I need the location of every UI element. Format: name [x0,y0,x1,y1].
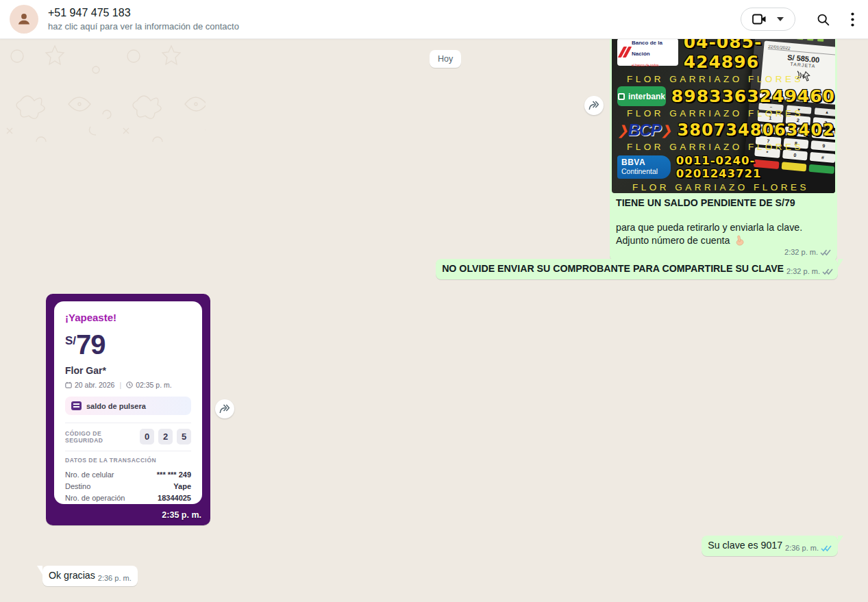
interbank-logo-square [618,93,625,100]
transaction-row: Nro. de operación 18344025 [65,492,191,504]
message-reminder[interactable]: NO OLVIDE ENVIAR SU COMPROBANTE PARA COM… [436,259,838,279]
message-time: 2:35 p. m. [162,510,201,520]
message-bank-accounts[interactable]: 22/01/20221 S/ 585.00 TARJETA − ▼ ▲ [610,39,837,261]
forward-message-button[interactable] [215,399,234,418]
search-button[interactable] [816,12,830,27]
chevron-down-icon [777,17,784,21]
message-note-icon [71,401,82,410]
forward-arrow-icon [219,403,231,414]
message-text: Su clave es 9017 [708,540,782,551]
yape-amount: S/79 [65,329,191,360]
menu-button[interactable] [851,12,854,27]
transaction-row: Nro. de celular *** *** 249 [65,469,191,481]
chat-header: +51 947 475 183 haz clic aquí para ver l… [0,0,868,39]
video-camera-icon [752,14,767,25]
security-code-row: CÓDIGO DE SEGURIDAD 0 2 5 [65,429,191,444]
account-holder: FLOR GARRIAZO FLORES [617,140,835,154]
yape-card: ¡Yapeaste! S/79 Flor Gar* 20 abr. 2026 |… [54,301,202,504]
account-holder: FLOR GARRIAZO FLORES [617,106,835,121]
search-icon [816,12,830,27]
message-time: 2:36 p. m. [98,574,132,582]
account-number-banco-nacion: 04-085-424896 [684,39,835,72]
message-yape-receipt[interactable]: ¡Yapeaste! S/79 Flor Gar* 20 abr. 2026 |… [46,294,210,525]
person-icon [15,10,33,28]
forward-arrow-icon [588,100,600,111]
yape-recipient: Flor Gar* [65,365,191,376]
contact-title: +51 947 475 183 [48,7,239,19]
message-key[interactable]: Su clave es 9017 2:36 p. m. [702,536,838,556]
caption-line: para que pueda retirarlo y enviarla la c… [616,221,831,234]
account-number-interbank: 8983363249460 [671,86,835,106]
transaction-row: Destino Yape [65,481,191,492]
yape-note: saldo de pulsera [65,397,191,415]
banco-nacion-logo-mark [621,47,629,58]
bcp-chevron-icon: ❯ [617,123,628,138]
message-text: NO OLVIDE ENVIAR SU COMPROBANTE PARA COM… [442,263,784,274]
message-time: 2:36 p. m. [785,544,819,552]
account-holder: FLOR GARRIAZO FLORES [617,72,835,86]
security-code-label: CÓDIGO DE SEGURIDAD [65,430,140,444]
transaction-label: DATOS DE LA TRANSACCIÓN [65,457,191,464]
bcp-chevron-icon: ❯ [661,123,672,138]
avatar[interactable] [10,5,38,34]
video-call-button[interactable] [741,8,795,31]
yape-title: ¡Yapeaste! [65,312,191,323]
contact-info[interactable]: +51 947 475 183 haz clic aquí para ver l… [48,7,239,32]
bbva-logo: BBVA Continental [617,155,671,179]
message-time: 2:32 p. m. [786,267,820,275]
message-ack[interactable]: Ok gracias 2:36 p. m. [42,566,138,586]
message-time: 2:32 p. m. [784,248,818,256]
security-code-digits: 0 2 5 [140,429,191,444]
forward-message-button[interactable] [584,96,604,115]
double-check-icon-blue [821,544,832,552]
yape-datetime: 20 abr. 2026 | 02:35 p. m. [65,381,191,389]
clock-icon [126,381,133,388]
bcp-logo: ❯ BCP ❯ [617,121,672,140]
message-text: Ok gracias [49,570,95,581]
account-holder: FLOR GARRIAZO FLORES [617,180,835,193]
calendar-icon [65,381,72,388]
contact-subtitle: haz clic aquí para ver la información de… [48,21,239,32]
message-caption: TIENE UN SALDO PENDIENTE DE S/79 para qu… [612,193,835,261]
bank-accounts-image[interactable]: 22/01/20221 S/ 585.00 TARJETA − ▼ ▲ [612,39,835,193]
double-check-icon [820,249,831,256]
backhand-index-pointing-up-emoji [734,235,745,249]
chat-wallpaper-doodles [0,39,206,142]
banco-nacion-logo: Banco de la Nación el banco de todos [617,39,678,66]
double-check-icon [822,268,833,275]
account-number-bbva: 0011-0240-0201243721 [676,154,835,180]
kebab-menu-icon [851,12,854,27]
caption-line: Adjunto número de cuenta [616,235,730,246]
caption-title: TIENE UN SALDO PENDIENTE DE S/79 [616,197,831,209]
account-number-bcp: 38073480634024 [678,121,835,140]
date-divider: Hoy [430,50,461,68]
chat-canvas: Hoy 22/01/20221 S/ 585.00 TARJETA [0,39,868,602]
interbank-logo: interbank [617,86,666,106]
